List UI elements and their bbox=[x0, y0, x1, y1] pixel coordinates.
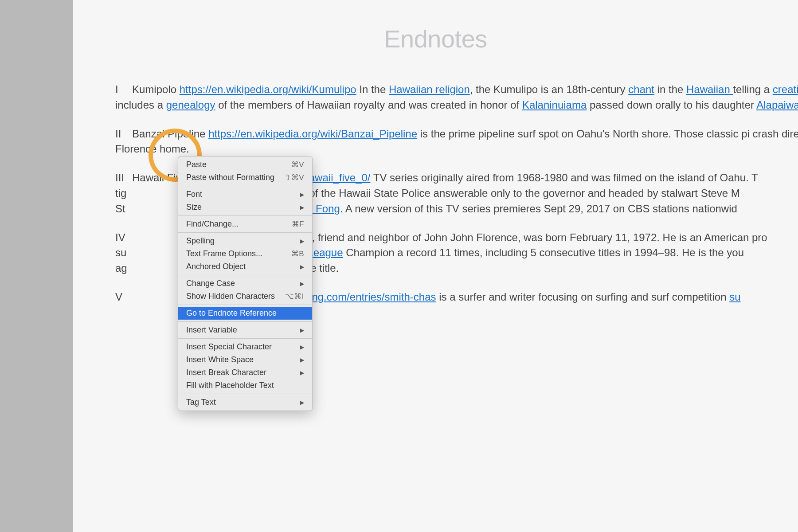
menu-item-label: Paste without Formatting bbox=[186, 173, 274, 182]
menu-item-shortcut: ⌘F bbox=[292, 219, 304, 229]
menu-separator bbox=[178, 321, 312, 322]
menu-item[interactable]: Insert Special Character▶ bbox=[178, 340, 312, 353]
menu-item-label: Font bbox=[186, 190, 202, 199]
menu-item-label: Text Frame Options... bbox=[186, 249, 262, 258]
menu-item-label: Find/Change... bbox=[186, 219, 239, 229]
hyperlink[interactable]: https://en.wikipedia.org/wiki/Banzai_Pip… bbox=[208, 128, 417, 140]
hyperlink[interactable]: https://en.wikipedia.org/wiki/Kumulipo bbox=[180, 83, 356, 95]
body-text: is a surfer and writer focusing on surfi… bbox=[436, 291, 730, 303]
body-text: , the Kumulipo is an 18th-century bbox=[470, 83, 629, 95]
menu-item[interactable]: Paste⌘V bbox=[178, 158, 312, 171]
menu-item-shortcut: ⌘V bbox=[291, 160, 304, 169]
menu-item-label: Insert Special Character bbox=[186, 342, 272, 352]
submenu-arrow-icon: ▶ bbox=[300, 357, 304, 363]
menu-item-label: Anchored Object bbox=[186, 262, 246, 271]
menu-item[interactable]: Show Hidden Characters⌥⌘I bbox=[178, 290, 312, 303]
menu-item-label: Insert Variable bbox=[186, 325, 237, 335]
menu-item-shortcut: ⌘B bbox=[291, 249, 304, 258]
hyperlink[interactable]: Alapaiwahine bbox=[756, 99, 798, 111]
menu-item[interactable]: Spelling▶ bbox=[178, 235, 312, 247]
body-text: . A new version of this TV series premie… bbox=[340, 203, 737, 215]
menu-item[interactable]: Anchored Object▶ bbox=[178, 260, 312, 273]
endnote-entry[interactable]: IKumipolo https://en.wikipedia.org/wiki/… bbox=[115, 80, 798, 113]
hyperlink[interactable]: surfing.com/entries/smith-chas bbox=[292, 291, 436, 303]
document-page: Endnotes IKumipolo https://en.wikipedia.… bbox=[73, 0, 798, 532]
menu-item[interactable]: Insert Break Character▶ bbox=[178, 366, 312, 379]
menu-item-label: Tag Text bbox=[186, 398, 216, 407]
submenu-arrow-icon: ▶ bbox=[300, 370, 304, 376]
hyperlink[interactable]: su bbox=[729, 291, 740, 303]
body-text: In the bbox=[356, 83, 389, 95]
menu-separator bbox=[178, 232, 312, 233]
menu-item-label: Insert White Space bbox=[186, 355, 254, 364]
page-title: Endnotes bbox=[73, 24, 798, 53]
menu-item-label: Insert Break Character bbox=[186, 368, 266, 377]
menu-separator bbox=[178, 394, 312, 394]
menu-item[interactable]: Go to Endnote Reference bbox=[178, 307, 312, 320]
hyperlink[interactable]: Hawaiian religion bbox=[389, 83, 470, 95]
hyperlink[interactable]: chant bbox=[628, 83, 654, 95]
menu-item-label: Fill with Placeholder Text bbox=[186, 381, 274, 390]
menu-item-shortcut: ⇧⌘V bbox=[285, 173, 304, 182]
submenu-arrow-icon: ▶ bbox=[300, 238, 304, 244]
menu-item-label: Change Case bbox=[186, 279, 235, 288]
menu-item-label: Go to Endnote Reference bbox=[186, 309, 277, 318]
endnote-numeral: III bbox=[115, 170, 132, 186]
menu-item[interactable]: Find/Change...⌘F bbox=[178, 218, 312, 231]
submenu-arrow-icon: ▶ bbox=[300, 264, 304, 270]
submenu-arrow-icon: ▶ bbox=[300, 281, 304, 287]
endnote-numeral: II bbox=[115, 126, 132, 142]
submenu-arrow-icon: ▶ bbox=[300, 204, 304, 211]
body-text: of the members of Hawaiian royalty and w… bbox=[215, 99, 522, 111]
menu-item[interactable]: Paste without Formatting⇧⌘V bbox=[178, 171, 312, 184]
body-text: Kumipolo bbox=[132, 83, 180, 95]
endnote-numeral: I bbox=[115, 82, 132, 98]
menu-item[interactable]: Fill with Placeholder Text bbox=[178, 379, 312, 392]
hyperlink[interactable]: Hawaiian bbox=[686, 83, 733, 95]
menu-item[interactable]: Font▶ bbox=[178, 188, 312, 201]
hyperlink[interactable]: Kalaninuiama bbox=[522, 99, 587, 111]
endnote-entry[interactable]: IIBanzai Pipeline https://en.wikipedia.o… bbox=[115, 126, 798, 157]
menu-item[interactable]: Text Frame Options...⌘B bbox=[178, 247, 312, 260]
body-text: passed down orally to his daughter bbox=[587, 99, 756, 111]
menu-item[interactable]: Insert White Space▶ bbox=[178, 353, 312, 366]
submenu-arrow-icon: ▶ bbox=[300, 399, 304, 406]
hyperlink[interactable]: genealogy bbox=[166, 99, 215, 111]
menu-item-label: Paste bbox=[186, 160, 207, 169]
endnote-numeral: IV bbox=[115, 230, 132, 246]
menu-separator bbox=[178, 338, 312, 339]
menu-item-label: Spelling bbox=[186, 236, 215, 246]
menu-item-shortcut: ⌥⌘I bbox=[285, 292, 304, 301]
menu-separator bbox=[178, 215, 312, 216]
body-text: in the bbox=[654, 83, 686, 95]
menu-item-label: Show Hidden Characters bbox=[186, 292, 275, 301]
menu-separator bbox=[178, 275, 312, 275]
submenu-arrow-icon: ▶ bbox=[300, 192, 304, 198]
menu-separator bbox=[178, 186, 312, 186]
endnote-numeral: V bbox=[115, 289, 132, 305]
menu-item[interactable]: Change Case▶ bbox=[178, 277, 312, 290]
menu-item[interactable]: Size▶ bbox=[178, 201, 312, 214]
menu-item[interactable]: Insert Variable▶ bbox=[178, 324, 312, 336]
body-text: telling a bbox=[733, 83, 772, 95]
body-text: Banzai Pipeline bbox=[132, 128, 208, 140]
submenu-arrow-icon: ▶ bbox=[300, 327, 304, 333]
menu-item-label: Size bbox=[186, 203, 202, 212]
submenu-arrow-icon: ▶ bbox=[300, 344, 304, 350]
context-menu[interactable]: Paste⌘VPaste without Formatting⇧⌘VFont▶S… bbox=[178, 156, 313, 411]
menu-separator bbox=[178, 305, 312, 305]
hyperlink[interactable]: creation story bbox=[773, 83, 798, 95]
pasteboard-sidebar bbox=[0, 0, 73, 532]
menu-item[interactable]: Tag Text▶ bbox=[178, 396, 312, 409]
